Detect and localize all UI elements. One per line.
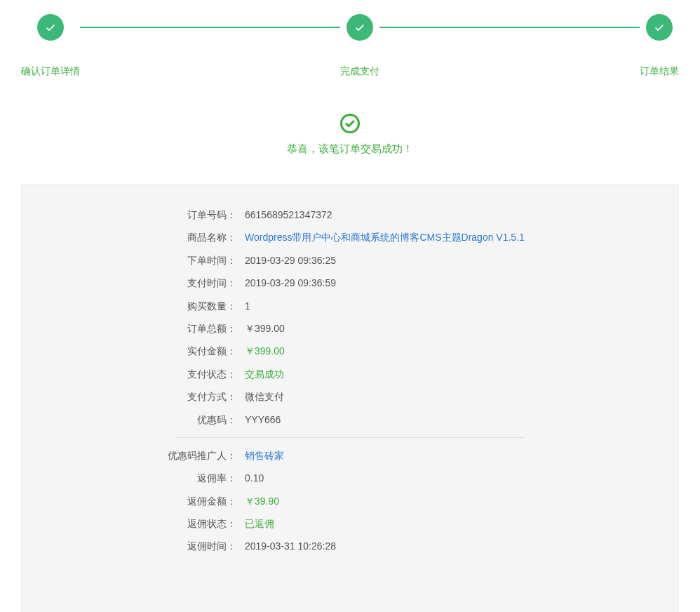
step-pay: 完成支付 [340,14,379,78]
row-rebate-status: 返佣状态： 已返佣 [105,516,595,531]
product-link[interactable]: Wordpress带用户中心和商城系统的博客CMS主题Dragon V1.5.1 [245,230,595,245]
label: 返佣金额： [105,493,245,509]
label: 支付状态： [105,366,245,382]
success-block: 恭喜，该笔订单交易成功！ [21,113,679,156]
row-pay-status: 支付状态： 交易成功 [105,366,595,382]
label: 优惠码推广人： [105,448,245,463]
row-pay-method: 支付方式： 微信支付 [105,389,595,404]
row-order-number: 订单号码： 6615689521347372 [105,207,595,222]
row-quantity: 购买数量： 1 [105,298,595,314]
step-connector [379,27,640,28]
row-coupon: 优惠码： YYY666 [105,412,595,427]
check-icon [646,14,673,41]
label: 订单总额： [105,321,245,336]
value: 6615689521347372 [245,207,595,222]
value: ￥399.00 [245,321,595,336]
value: 已返佣 [245,516,595,531]
row-rebate-rate: 返佣率： 0.10 [105,470,595,486]
step-result: 订单结果 [640,14,679,78]
label: 优惠码： [105,412,245,427]
value: 1 [245,298,595,314]
label: 购买数量： [105,298,245,314]
row-product-name: 商品名称： Wordpress带用户中心和商城系统的博客CMS主题Dragon … [105,230,595,245]
check-icon [37,14,64,41]
step-label: 确认订单详情 [21,65,80,78]
success-message: 恭喜，该笔订单交易成功！ [21,142,679,156]
progress-steps: 确认订单详情 完成支付 订单结果 [21,14,679,78]
row-total: 订单总额： ￥399.00 [105,321,595,336]
check-icon [346,14,373,41]
order-details-panel: 订单号码： 6615689521347372 商品名称： Wordpress带用… [21,184,679,612]
label: 支付方式： [105,389,245,404]
row-referrer: 优惠码推广人： 销售砖家 [105,448,595,463]
label: 实付金额： [105,343,245,359]
row-pay-time: 支付时间： 2019-03-29 09:36:59 [105,275,595,291]
row-paid: 实付金额： ￥399.00 [105,343,595,359]
value: 交易成功 [245,366,595,382]
label: 订单号码： [105,207,245,222]
label: 返佣时间： [105,538,245,554]
value: 2019-03-31 10:26:28 [245,538,595,554]
check-circle-icon [339,113,361,134]
step-confirm: 确认订单详情 [21,14,80,78]
label: 商品名称： [105,230,245,245]
value: 微信支付 [245,389,595,404]
row-order-time: 下单时间： 2019-03-29 09:36:25 [105,253,595,268]
value: ￥39.90 [245,493,595,509]
value: ￥399.00 [245,343,595,359]
referrer-link[interactable]: 销售砖家 [245,448,595,463]
step-connector [80,27,340,28]
step-label: 完成支付 [340,65,379,78]
value: 2019-03-29 09:36:25 [245,253,595,268]
page-container: 确认订单详情 完成支付 订单结果 恭喜，该笔订单交易成功！ [0,0,700,612]
divider [175,437,525,438]
row-rebate-amount: 返佣金额： ￥39.90 [105,493,595,509]
label: 支付时间： [105,275,245,291]
label: 返佣率： [105,470,245,486]
value: YYY666 [245,412,595,427]
step-label: 订单结果 [640,65,679,78]
row-rebate-time: 返佣时间： 2019-03-31 10:26:28 [105,538,595,554]
value: 2019-03-29 09:36:59 [245,275,595,291]
value: 0.10 [245,470,595,486]
label: 下单时间： [105,253,245,268]
label: 返佣状态： [105,516,245,531]
